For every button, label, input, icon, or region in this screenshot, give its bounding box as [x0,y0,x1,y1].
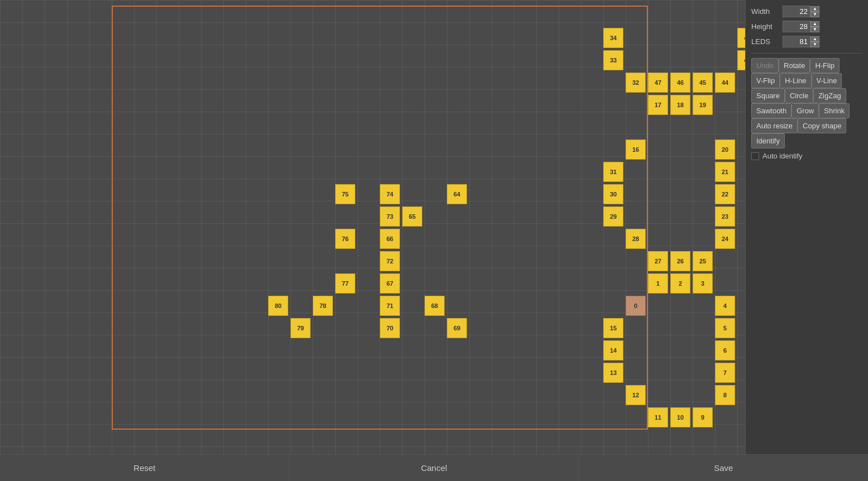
led-cell-20[interactable]: 20 [715,140,735,160]
led-cell-69[interactable]: 69 [447,318,467,338]
circle-button[interactable]: Circle [785,88,813,103]
led-cell-79[interactable]: 79 [290,318,311,338]
led-cell-11[interactable]: 11 [648,407,668,427]
led-cell-32[interactable]: 32 [626,73,646,93]
led-cell-1[interactable]: 1 [648,273,668,294]
save-button[interactable]: Save [579,455,868,481]
led-cell-75[interactable]: 75 [335,184,355,204]
led-cell-67[interactable]: 67 [380,273,400,294]
shrink-button[interactable]: Shrink [819,103,850,118]
led-cell-44[interactable]: 44 [715,73,735,93]
led-cell-66[interactable]: 66 [380,229,400,249]
led-cell-22[interactable]: 22 [715,184,735,204]
width-input[interactable] [783,6,810,17]
led-cell-10[interactable]: 10 [670,407,690,427]
undo-button: Undo [751,58,779,73]
bottom-bar: Reset Cancel Save [0,454,868,481]
led-cell-78[interactable]: 78 [313,296,333,316]
grid-area[interactable]: 0123456789101112131415161718192021222324… [0,0,745,454]
led-cell-13[interactable]: 13 [603,363,623,383]
height-label: Height [751,22,779,31]
led-cell-15[interactable]: 15 [603,318,623,338]
led-cell-74[interactable]: 74 [380,184,400,204]
led-cell-19[interactable]: 19 [693,95,713,115]
led-cell-72[interactable]: 72 [380,251,400,271]
height-input[interactable] [783,21,810,32]
identify-button[interactable]: Identify [751,133,785,148]
height-increment[interactable]: ▲ [810,21,819,27]
leds-increment[interactable]: ▲ [810,36,819,42]
led-cell-42[interactable]: 42 [737,28,745,48]
led-cell-16[interactable]: 16 [626,140,646,160]
led-cell-65[interactable]: 65 [402,206,422,227]
led-cell-7[interactable]: 7 [715,363,735,383]
vflip-button[interactable]: V-Flip [751,73,780,88]
reset-button[interactable]: Reset [0,455,289,481]
led-cell-2[interactable]: 2 [670,273,690,294]
height-spinner: ▲ ▼ [783,21,819,32]
hflip-button[interactable]: H-Flip [810,58,840,73]
led-cell-31[interactable]: 31 [603,162,623,182]
led-cell-5[interactable]: 5 [715,318,735,338]
led-cell-18[interactable]: 18 [670,95,690,115]
led-cell-68[interactable]: 68 [425,296,445,316]
led-cell-29[interactable]: 29 [603,206,623,227]
led-cell-76[interactable]: 76 [335,229,355,249]
led-cell-70[interactable]: 70 [380,318,400,338]
width-label: Width [751,7,779,16]
hline-button[interactable]: H-Line [780,73,811,88]
led-cell-33[interactable]: 33 [603,50,623,70]
copyshape-button[interactable]: Copy shape [798,118,846,133]
led-cell-12[interactable]: 12 [626,385,646,405]
led-cell-27[interactable]: 27 [648,251,668,271]
main-area: 0123456789101112131415161718192021222324… [0,0,868,454]
leds-spinner-buttons: ▲ ▼ [810,36,819,47]
led-cell-25[interactable]: 25 [693,251,713,271]
sawtooth-button[interactable]: Sawtooth [751,103,791,118]
height-decrement[interactable]: ▼ [810,27,819,32]
sidebar-buttons: UndoRotateH-FlipV-FlipH-LineV-LineSquare… [751,58,862,148]
led-cell-28[interactable]: 28 [626,229,646,249]
led-cell-3[interactable]: 3 [693,273,713,294]
led-cell-24[interactable]: 24 [715,229,735,249]
grow-button[interactable]: Grow [791,103,819,118]
led-cell-26[interactable]: 26 [670,251,690,271]
led-cell-80[interactable]: 80 [268,296,288,316]
autoresize-button[interactable]: Auto resize [751,118,798,133]
right-sidebar: Width ▲ ▼ Height ▲ ▼ LEDS [745,0,868,454]
width-decrement[interactable]: ▼ [810,12,819,17]
led-cell-71[interactable]: 71 [380,296,400,316]
led-cell-64[interactable]: 64 [447,184,467,204]
led-cell-30[interactable]: 30 [603,184,623,204]
led-cell-17[interactable]: 17 [648,95,668,115]
led-cell-47[interactable]: 47 [648,73,668,93]
led-cell-14[interactable]: 14 [603,340,623,360]
led-cell-21[interactable]: 21 [715,162,735,182]
width-increment[interactable]: ▲ [810,6,819,12]
width-spinner: ▲ ▼ [783,6,819,17]
height-row: Height ▲ ▼ [751,21,862,32]
led-cell-73[interactable]: 73 [380,206,400,227]
led-cell-6[interactable]: 6 [715,340,735,360]
cancel-button[interactable]: Cancel [289,455,579,481]
led-cell-45[interactable]: 45 [693,73,713,93]
square-button[interactable]: Square [751,88,785,103]
zigzag-button[interactable]: ZigZag [813,88,846,103]
led-cell-23[interactable]: 23 [715,206,735,227]
led-cell-8[interactable]: 8 [715,385,735,405]
led-cell-9[interactable]: 9 [693,407,713,427]
width-row: Width ▲ ▼ [751,6,862,17]
leds-spinner: ▲ ▼ [783,36,819,47]
vline-button[interactable]: V-Line [812,73,842,88]
led-cell-77[interactable]: 77 [335,273,355,294]
divider-1 [751,53,862,54]
rotate-button[interactable]: Rotate [779,58,810,73]
leds-decrement[interactable]: ▼ [810,42,819,47]
led-cell-34[interactable]: 34 [603,28,623,48]
led-cell-46[interactable]: 46 [670,73,690,93]
auto-identify-checkbox[interactable] [751,152,759,160]
leds-input[interactable] [783,36,810,47]
led-cell-43[interactable]: 43 [737,50,745,70]
led-cell-4[interactable]: 4 [715,296,735,316]
led-cell-0[interactable]: 0 [626,296,646,316]
